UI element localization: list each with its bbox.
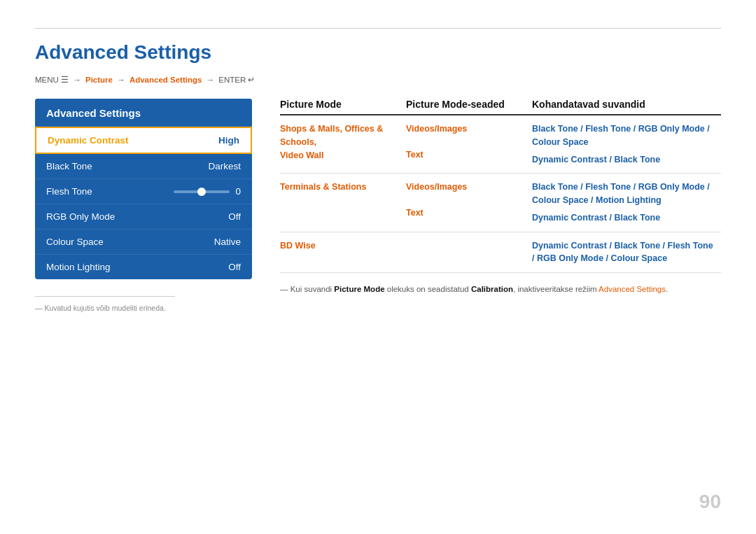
suvandid-shops-videos: Black Tone / Flesh Tone / RGB Only Mode …: [532, 122, 714, 149]
table-cell-seaded-shops: Videos/Images Text: [406, 122, 532, 162]
table-row-shops: Shops & Malls, Offices & Schools,Video W…: [280, 115, 721, 174]
left-panel: Advanced Settings Dynamic Contrast High …: [35, 99, 252, 313]
menu-item-value-rgb-only-mode: Off: [228, 211, 241, 222]
table-cell-suvandid-shops: Black Tone / Flesh Tone / RGB Only Mode …: [532, 122, 721, 166]
seaded-videos-images-2: Videos/Images: [406, 181, 525, 194]
menu-item-value-colour-space: Native: [214, 237, 241, 247]
suvandid-terminals-videos: Black Tone / Flesh Tone / RGB Only Mode …: [532, 181, 714, 207]
menu-item-black-tone[interactable]: Black Tone Darkest: [35, 154, 252, 179]
flesh-tone-slider-container: 0: [174, 186, 241, 197]
table-cell-mode-shops: Shops & Malls, Offices & Schools,Video W…: [280, 122, 406, 162]
menu-item-label-flesh-tone: Flesh Tone: [46, 186, 92, 197]
flesh-tone-slider-thumb: [197, 188, 206, 196]
menu-item-label-black-tone: Black Tone: [46, 161, 92, 171]
table-header-picture-mode-seaded: Picture Mode-seaded: [406, 99, 532, 110]
menu-item-flesh-tone[interactable]: Flesh Tone 0: [35, 179, 252, 204]
arrow-3: →: [206, 76, 215, 84]
arrow-2: →: [117, 76, 125, 84]
table-body: Shops & Malls, Offices & Schools,Video W…: [280, 115, 721, 273]
table-cell-mode-bdwise: BD Wise: [280, 239, 406, 253]
right-panel: Picture Mode Picture Mode-seaded Kohanda…: [280, 99, 721, 295]
seaded-text-2: Text: [406, 206, 525, 220]
panel-footnote-text: ― Kuvatud kujutis võib mudeliti erineda.: [35, 304, 166, 312]
arrow-1: →: [73, 76, 81, 84]
menu-icon: ☰: [61, 76, 71, 84]
footnote-bold-calibration: Calibration: [471, 285, 513, 293]
page-number: 90: [699, 491, 721, 513]
panel-footnote: ― Kuvatud kujutis võib mudeliti erineda.: [35, 296, 175, 313]
menu-box-title: Advanced Settings: [35, 99, 252, 127]
menu-item-label-colour-space: Colour Space: [46, 237, 104, 247]
seaded-videos-images-1: Videos/Images: [406, 122, 525, 136]
seaded-text-1: Text: [406, 148, 525, 162]
flesh-tone-slider-track[interactable]: [174, 190, 230, 193]
menu-item-dynamic-contrast[interactable]: Dynamic Contrast High: [35, 127, 252, 154]
menu-item-value-black-tone: Darkest: [208, 161, 241, 171]
suvandid-shops-text: Dynamic Contrast / Black Tone: [532, 153, 714, 167]
menu-item-value-dynamic-contrast: High: [218, 135, 239, 146]
top-rule: [35, 28, 721, 29]
suvandid-terminals-text: Dynamic Contrast / Black Tone: [532, 211, 714, 225]
table-row-terminals: Terminals & Stations Videos/Images Text …: [280, 174, 721, 232]
breadcrumb: MENU ☰ → Picture → Advanced Settings → E…: [35, 75, 721, 85]
menu-item-value-motion-lighting: Off: [228, 262, 241, 272]
table-cell-mode-terminals: Terminals & Stations: [280, 181, 406, 194]
table-footnote: ― Kui suvandi Picture Mode olekuks on se…: [280, 283, 721, 295]
menu-item-label-rgb-only-mode: RGB Only Mode: [46, 211, 115, 222]
menu-label: MENU: [35, 76, 59, 84]
menu-item-motion-lighting[interactable]: Motion Lighting Off: [35, 255, 252, 279]
breadcrumb-enter: ENTER ↵: [218, 76, 255, 84]
menu-box: Advanced Settings Dynamic Contrast High …: [35, 99, 252, 279]
table-header: Picture Mode Picture Mode-seaded Kohanda…: [280, 99, 721, 115]
breadcrumb-advanced: Advanced Settings: [130, 76, 204, 84]
table-cell-suvandid-bdwise: Dynamic Contrast / Black Tone / Flesh To…: [532, 239, 721, 266]
menu-item-label-motion-lighting: Motion Lighting: [46, 262, 111, 272]
table-row-bdwise: BD Wise Dynamic Contrast / Black Tone / …: [280, 232, 721, 274]
table-cell-suvandid-terminals: Black Tone / Flesh Tone / RGB Only Mode …: [532, 181, 721, 224]
menu-item-colour-space[interactable]: Colour Space Native: [35, 230, 252, 255]
table-header-kohandatavad: Kohandatavad suvandid: [532, 99, 721, 110]
footnote-advanced-settings: Advanced Settings: [598, 285, 666, 293]
table-cell-seaded-terminals: Videos/Images Text: [406, 181, 532, 220]
main-layout: Advanced Settings Dynamic Contrast High …: [35, 99, 721, 313]
menu-item-rgb-only-mode[interactable]: RGB Only Mode Off: [35, 204, 252, 230]
menu-item-label-dynamic-contrast: Dynamic Contrast: [48, 135, 129, 146]
breadcrumb-picture: Picture: [85, 76, 115, 84]
table-header-picture-mode: Picture Mode: [280, 99, 406, 110]
page-title: Advanced Settings: [35, 41, 721, 64]
menu-item-value-flesh-tone: 0: [235, 186, 241, 197]
footnote-bold-picture-mode: Picture Mode: [334, 285, 384, 293]
